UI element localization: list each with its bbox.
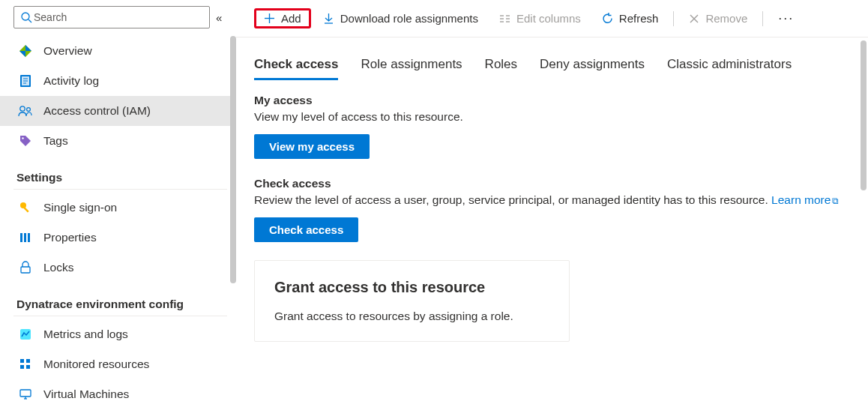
sidebar-item-label: Single sign-on <box>43 201 117 214</box>
svg-point-10 <box>20 106 25 111</box>
refresh-icon <box>602 13 613 24</box>
sidebar-item-properties[interactable]: Properties <box>0 223 236 253</box>
toolbar: Add Download role assignments Edit colum… <box>236 0 868 37</box>
toolbar-separator <box>673 11 674 26</box>
sidebar-item-activity-log[interactable]: Activity log <box>0 66 236 96</box>
svg-rect-21 <box>26 359 30 363</box>
toolbar-label: Edit columns <box>516 12 581 25</box>
my-access-section: My access View my level of access to thi… <box>254 94 849 159</box>
learn-more-link[interactable]: Learn more⧉ <box>771 193 839 206</box>
external-link-icon: ⧉ <box>832 196 839 206</box>
svg-rect-17 <box>28 233 30 242</box>
svg-point-11 <box>27 108 31 112</box>
search-input[interactable] <box>32 10 203 24</box>
svg-point-12 <box>22 137 23 139</box>
sidebar-scrollbar[interactable] <box>230 36 236 283</box>
section-header-settings: Settings <box>13 163 227 190</box>
toolbar-label: Download role assignments <box>340 12 478 25</box>
plus-icon <box>264 13 275 24</box>
tab-roles[interactable]: Roles <box>485 57 517 80</box>
tag-icon <box>18 133 33 148</box>
svg-line-1 <box>28 19 31 22</box>
sidebar-item-label: Overview <box>43 44 92 58</box>
overview-icon <box>18 43 33 58</box>
sidebar-item-label: Metrics and logs <box>43 328 128 341</box>
toolbar-label: Refresh <box>619 12 659 25</box>
view-my-access-button[interactable]: View my access <box>254 134 370 159</box>
check-access-section: Check access Review the level of access … <box>254 177 849 242</box>
download-icon <box>323 13 334 24</box>
svg-rect-23 <box>26 365 30 369</box>
lock-icon <box>18 260 33 275</box>
svg-rect-14 <box>23 207 28 212</box>
grant-access-card: Grant access to this resource Grant acce… <box>254 260 570 342</box>
sidebar-item-monitored-resources[interactable]: Monitored resources <box>0 349 236 379</box>
tab-classic-admins[interactable]: Classic administrators <box>667 57 792 80</box>
sidebar-item-label: Tags <box>43 134 68 148</box>
key-icon <box>18 200 33 215</box>
tab-role-assignments[interactable]: Role assignments <box>361 57 462 80</box>
sidebar: « Overview Activity log Access control (… <box>0 0 236 419</box>
resources-icon <box>18 357 33 372</box>
remove-button: Remove <box>680 9 756 28</box>
tab-check-access[interactable]: Check access <box>254 57 338 80</box>
svg-rect-18 <box>21 267 30 273</box>
download-button[interactable]: Download role assignments <box>314 9 487 28</box>
main-scrollbar[interactable] <box>861 40 867 190</box>
svg-point-0 <box>22 13 29 20</box>
svg-marker-3 <box>25 45 31 51</box>
check-access-title: Check access <box>254 177 849 190</box>
edit-columns-button: Edit columns <box>490 9 590 28</box>
sidebar-item-label: Virtual Machines <box>43 388 129 401</box>
toolbar-label: Add <box>281 12 301 25</box>
learn-more-label: Learn more <box>771 193 831 206</box>
svg-point-13 <box>20 202 26 208</box>
sidebar-item-label: Locks <box>43 261 74 274</box>
tab-bar: Check access Role assignments Roles Deny… <box>236 37 868 80</box>
grant-access-desc: Grant access to resources by assigning a… <box>274 310 549 323</box>
svg-rect-16 <box>24 233 26 242</box>
sidebar-item-sso[interactable]: Single sign-on <box>0 193 236 223</box>
svg-rect-22 <box>20 365 24 369</box>
my-access-title: My access <box>254 94 849 107</box>
metrics-icon <box>18 327 33 342</box>
search-icon <box>20 11 32 23</box>
search-box[interactable] <box>13 6 210 28</box>
collapse-sidebar-icon[interactable]: « <box>216 11 222 24</box>
overflow-menu-icon[interactable]: ··· <box>769 10 803 26</box>
activity-log-icon <box>18 73 33 88</box>
svg-rect-15 <box>20 233 22 242</box>
sidebar-item-metrics-logs[interactable]: Metrics and logs <box>0 319 236 349</box>
people-icon <box>18 103 33 118</box>
svg-rect-20 <box>20 359 24 363</box>
svg-marker-4 <box>19 51 25 57</box>
monitor-icon <box>18 387 33 402</box>
properties-icon <box>18 230 33 245</box>
svg-rect-24 <box>20 390 31 397</box>
section-header-dynatrace: Dynatrace environment config <box>13 290 227 316</box>
sidebar-item-access-control[interactable]: Access control (IAM) <box>0 96 236 126</box>
content-area: My access View my level of access to thi… <box>236 80 868 342</box>
add-button[interactable]: Add <box>254 8 311 28</box>
sidebar-item-vms[interactable]: Virtual Machines <box>0 379 236 409</box>
check-access-desc-text: Review the level of access a user, group… <box>254 193 771 206</box>
grant-access-title: Grant access to this resource <box>274 279 549 296</box>
my-access-desc: View my level of access to this resource… <box>254 110 849 124</box>
sidebar-item-tags[interactable]: Tags <box>0 126 236 156</box>
main-panel: Add Download role assignments Edit colum… <box>236 0 868 419</box>
check-access-button[interactable]: Check access <box>254 217 358 242</box>
sidebar-item-locks[interactable]: Locks <box>0 253 236 283</box>
sidebar-item-label: Activity log <box>43 74 99 88</box>
sidebar-item-overview[interactable]: Overview <box>0 36 236 66</box>
check-access-desc: Review the level of access a user, group… <box>254 193 849 207</box>
sidebar-item-label: Properties <box>43 231 97 244</box>
sidebar-item-label: Access control (IAM) <box>43 104 151 118</box>
columns-icon <box>499 13 510 24</box>
x-icon <box>689 13 699 24</box>
tab-deny-assignments[interactable]: Deny assignments <box>540 57 645 80</box>
sidebar-item-label: Monitored resources <box>43 358 149 371</box>
toolbar-separator <box>762 11 763 26</box>
toolbar-label: Remove <box>705 12 747 25</box>
refresh-button[interactable]: Refresh <box>593 9 668 28</box>
